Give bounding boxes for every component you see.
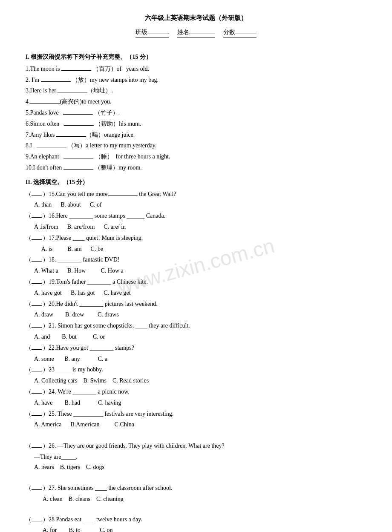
q15-row: （）15.Can you tell me more the Great Wall…: [26, 189, 366, 199]
exam-title: 六年级上英语期末考试题（外研版）: [26, 13, 366, 24]
q24-row: （）24. We're ________ a picnic now.: [26, 387, 366, 397]
q27-row: （）27. She sometimes ____ the classroom a…: [26, 483, 366, 493]
q6: 6.Simon often （帮助）his mum.: [26, 119, 366, 129]
class-field: 班级: [135, 27, 169, 38]
q27-options: A. clean B. cleans C. cleaning: [43, 494, 366, 504]
section1-title: I. 根据汉语提示将下列句子补充完整。（15 分）: [26, 52, 366, 62]
q20-options: A. draw B. drew C. draws: [34, 310, 366, 320]
q26-options: A. bears B. tigers C. dogs: [34, 462, 366, 472]
q1: 1.The moon is （百万）of years old.: [26, 64, 366, 74]
q18-options: A. What a B. How C. How a: [34, 266, 366, 276]
name-field: 姓名: [177, 27, 215, 38]
q25-row: （）25. These __________ festivals are ver…: [26, 409, 366, 419]
q21-row: （）21. Simon has got some chopsticks, ___…: [26, 321, 366, 331]
q26-row: （）26. —They are our good friends. They p…: [26, 441, 366, 451]
q19-row: （）19.Tom's father ________ a Chinese kit…: [26, 277, 366, 287]
q9: 9.An elephant （睡） for three hours a nigh…: [26, 152, 366, 162]
q17-options: A. is B. am C. be: [34, 244, 366, 254]
q22-row: （）22.Have you got ________ stamps?: [26, 343, 366, 353]
q18-row: （）18. ________ fantastic DVD!: [26, 255, 366, 265]
q28-options: A. for B. to C. on: [43, 525, 366, 532]
q2: 2. I'm （放）my new stamps into my bag.: [26, 75, 366, 85]
q20-row: （）20.He didn't ________ pictures last we…: [26, 299, 366, 309]
q17-row: （）17.Please ____ quiet! Mum is sleeping.: [26, 233, 366, 243]
score-field: 分数: [223, 27, 257, 38]
q23-row: （）23______is my hobby.: [26, 365, 366, 375]
q16-row: （）16.Here ________ some stamps ______ Ca…: [26, 211, 366, 221]
q5: 5.Pandas love （竹子）.: [26, 108, 366, 118]
q7: 7.Amy likes （喝）orange juice.: [26, 130, 366, 140]
q21-options: A. and B. but C. or: [34, 332, 366, 342]
section2-title: II. 选择填空。（15 分）: [26, 177, 366, 187]
q19-options: A. have got B. has got C. have get: [34, 288, 366, 298]
q4: 4.(高兴的)to meet you.: [26, 97, 366, 107]
q26-subtext: —They are_____.: [34, 452, 366, 462]
q22-options: A. some B. any C. a: [34, 354, 366, 364]
q3: 3.Here is her （地址）.: [26, 86, 366, 96]
q15-options: A. than B. about C. of: [34, 200, 366, 210]
q25-options: A. America B.American C.China: [34, 420, 366, 430]
header-row: 班级 姓名 分数: [26, 27, 366, 38]
q24-options: A. have B. had C. having: [34, 398, 366, 408]
q16-options: A .is/from B. are/from C. are/ in: [34, 222, 366, 232]
q23-options: A. Collecting cars B. Swims C. Read stor…: [34, 376, 366, 386]
q10: 10.I don't often （整理）my room.: [26, 163, 366, 173]
q28-row: （）28 Pandas eat ____ twelve hours a day.: [26, 515, 366, 525]
q8: 8.I （写）a letter to my mum yesterday.: [26, 141, 366, 151]
